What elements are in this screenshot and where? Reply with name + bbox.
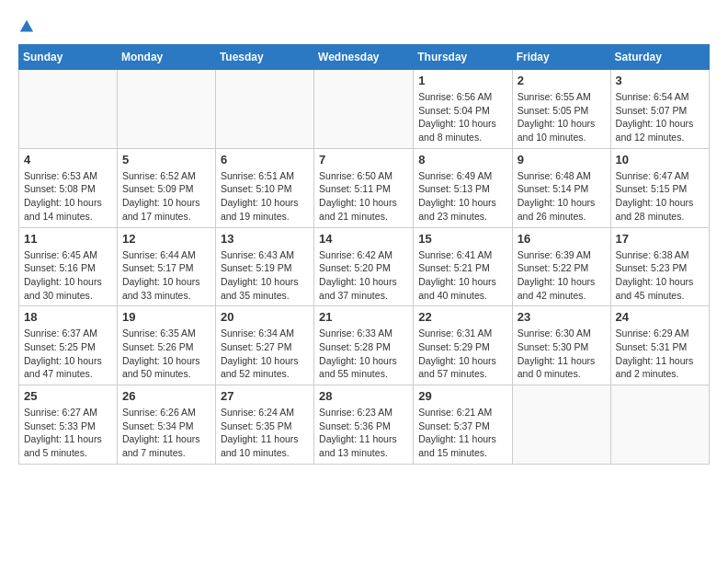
calendar-cell [215,70,313,149]
calendar-cell: 12Sunrise: 6:44 AM Sunset: 5:17 PM Dayli… [117,227,215,306]
day-info: Sunrise: 6:23 AM Sunset: 5:36 PM Dayligh… [319,406,408,460]
calendar-cell: 19Sunrise: 6:35 AM Sunset: 5:26 PM Dayli… [117,306,215,385]
day-number: 24 [616,310,704,324]
day-info: Sunrise: 6:33 AM Sunset: 5:28 PM Dayligh… [319,327,408,381]
day-info: Sunrise: 6:41 AM Sunset: 5:21 PM Dayligh… [418,248,506,303]
day-info: Sunrise: 6:51 AM Sunset: 5:10 PM Dayligh… [221,169,309,224]
day-number: 21 [319,310,408,324]
weekday-header-row: SundayMondayTuesdayWednesdayThursdayFrid… [19,45,710,70]
calendar-cell: 6Sunrise: 6:51 AM Sunset: 5:10 PM Daylig… [215,148,313,227]
day-number: 23 [518,310,606,324]
calendar-cell: 3Sunrise: 6:54 AM Sunset: 5:07 PM Daylig… [610,70,709,149]
day-number: 18 [24,310,112,324]
calendar-week-row: 18Sunrise: 6:37 AM Sunset: 5:25 PM Dayli… [19,306,710,385]
calendar-cell: 11Sunrise: 6:45 AM Sunset: 5:16 PM Dayli… [19,227,118,306]
day-number: 5 [122,153,210,167]
weekday-header-friday: Friday [512,45,610,70]
day-number: 29 [418,389,506,403]
calendar-cell: 20Sunrise: 6:34 AM Sunset: 5:27 PM Dayli… [215,306,313,385]
day-info: Sunrise: 6:43 AM Sunset: 5:19 PM Dayligh… [221,248,309,303]
calendar-cell [610,385,709,465]
day-info: Sunrise: 6:52 AM Sunset: 5:09 PM Dayligh… [122,169,210,224]
day-info: Sunrise: 6:38 AM Sunset: 5:23 PM Dayligh… [616,248,704,303]
day-number: 19 [122,310,210,324]
calendar-cell: 29Sunrise: 6:21 AM Sunset: 5:37 PM Dayli… [414,385,512,465]
day-number: 16 [518,232,606,246]
calendar-cell: 18Sunrise: 6:37 AM Sunset: 5:25 PM Dayli… [19,306,118,385]
day-number: 13 [221,232,309,246]
day-info: Sunrise: 6:35 AM Sunset: 5:26 PM Dayligh… [122,327,210,381]
calendar-cell: 8Sunrise: 6:49 AM Sunset: 5:13 PM Daylig… [414,148,512,227]
day-number: 25 [24,389,112,403]
calendar-cell: 22Sunrise: 6:31 AM Sunset: 5:29 PM Dayli… [414,306,512,385]
day-number: 12 [122,232,210,246]
day-number: 7 [319,153,408,167]
day-number: 22 [418,310,506,324]
calendar-cell: 27Sunrise: 6:24 AM Sunset: 5:35 PM Dayli… [215,385,313,465]
calendar-cell: 9Sunrise: 6:48 AM Sunset: 5:14 PM Daylig… [512,148,610,227]
calendar-cell: 10Sunrise: 6:47 AM Sunset: 5:15 PM Dayli… [610,148,709,227]
calendar-cell: 25Sunrise: 6:27 AM Sunset: 5:33 PM Dayli… [19,385,118,465]
day-number: 20 [221,310,309,324]
weekday-header-saturday: Saturday [610,45,709,70]
calendar-cell: 21Sunrise: 6:33 AM Sunset: 5:28 PM Dayli… [314,306,414,385]
day-info: Sunrise: 6:30 AM Sunset: 5:30 PM Dayligh… [518,327,606,381]
calendar-table: SundayMondayTuesdayWednesdayThursdayFrid… [18,44,710,465]
calendar-cell: 15Sunrise: 6:41 AM Sunset: 5:21 PM Dayli… [414,227,512,306]
calendar-cell: 16Sunrise: 6:39 AM Sunset: 5:22 PM Dayli… [512,227,610,306]
day-info: Sunrise: 6:53 AM Sunset: 5:08 PM Dayligh… [24,169,112,224]
calendar-cell: 2Sunrise: 6:55 AM Sunset: 5:05 PM Daylig… [512,70,610,149]
calendar-cell: 24Sunrise: 6:29 AM Sunset: 5:31 PM Dayli… [610,306,709,385]
day-info: Sunrise: 6:42 AM Sunset: 5:20 PM Dayligh… [319,248,408,303]
day-number: 10 [616,153,704,167]
weekday-header-sunday: Sunday [19,45,118,70]
day-number: 17 [616,232,704,246]
day-info: Sunrise: 6:56 AM Sunset: 5:04 PM Dayligh… [418,90,506,144]
calendar-cell [117,70,215,149]
logo [18,18,37,35]
header [18,18,710,35]
weekday-header-thursday: Thursday [414,45,512,70]
day-info: Sunrise: 6:29 AM Sunset: 5:31 PM Dayligh… [616,327,704,381]
calendar-cell: 13Sunrise: 6:43 AM Sunset: 5:19 PM Dayli… [215,227,313,306]
day-number: 2 [518,74,606,87]
weekday-header-monday: Monday [117,45,215,70]
calendar-week-row: 1Sunrise: 6:56 AM Sunset: 5:04 PM Daylig… [19,70,710,149]
day-number: 27 [221,389,309,403]
calendar-cell [512,385,610,465]
day-number: 14 [319,232,408,246]
day-info: Sunrise: 6:50 AM Sunset: 5:11 PM Dayligh… [319,169,408,224]
calendar-cell: 14Sunrise: 6:42 AM Sunset: 5:20 PM Dayli… [314,227,414,306]
day-number: 1 [418,74,506,87]
day-info: Sunrise: 6:49 AM Sunset: 5:13 PM Dayligh… [418,169,506,224]
day-number: 8 [418,153,506,167]
day-number: 15 [418,232,506,246]
day-number: 6 [221,153,309,167]
calendar-cell: 26Sunrise: 6:26 AM Sunset: 5:34 PM Dayli… [117,385,215,465]
calendar-cell [19,70,118,149]
calendar-cell: 17Sunrise: 6:38 AM Sunset: 5:23 PM Dayli… [610,227,709,306]
day-number: 3 [616,74,704,87]
day-info: Sunrise: 6:26 AM Sunset: 5:34 PM Dayligh… [122,406,210,460]
day-info: Sunrise: 6:37 AM Sunset: 5:25 PM Dayligh… [24,327,112,381]
calendar-cell [314,70,414,149]
day-info: Sunrise: 6:39 AM Sunset: 5:22 PM Dayligh… [518,248,606,303]
calendar-week-row: 4Sunrise: 6:53 AM Sunset: 5:08 PM Daylig… [19,148,710,227]
day-info: Sunrise: 6:47 AM Sunset: 5:15 PM Dayligh… [616,169,704,224]
day-info: Sunrise: 6:21 AM Sunset: 5:37 PM Dayligh… [418,406,506,460]
day-info: Sunrise: 6:27 AM Sunset: 5:33 PM Dayligh… [24,406,112,460]
day-number: 28 [319,389,408,403]
calendar-cell: 5Sunrise: 6:52 AM Sunset: 5:09 PM Daylig… [117,148,215,227]
svg-marker-0 [20,20,33,32]
day-number: 4 [24,153,112,167]
day-number: 9 [518,153,606,167]
day-info: Sunrise: 6:54 AM Sunset: 5:07 PM Dayligh… [616,90,704,144]
calendar-week-row: 25Sunrise: 6:27 AM Sunset: 5:33 PM Dayli… [19,385,710,465]
day-info: Sunrise: 6:44 AM Sunset: 5:17 PM Dayligh… [122,248,210,303]
calendar-week-row: 11Sunrise: 6:45 AM Sunset: 5:16 PM Dayli… [19,227,710,306]
day-info: Sunrise: 6:48 AM Sunset: 5:14 PM Dayligh… [518,169,606,224]
weekday-header-wednesday: Wednesday [314,45,414,70]
day-info: Sunrise: 6:31 AM Sunset: 5:29 PM Dayligh… [418,327,506,381]
logo-icon [18,18,35,35]
calendar-cell: 28Sunrise: 6:23 AM Sunset: 5:36 PM Dayli… [314,385,414,465]
